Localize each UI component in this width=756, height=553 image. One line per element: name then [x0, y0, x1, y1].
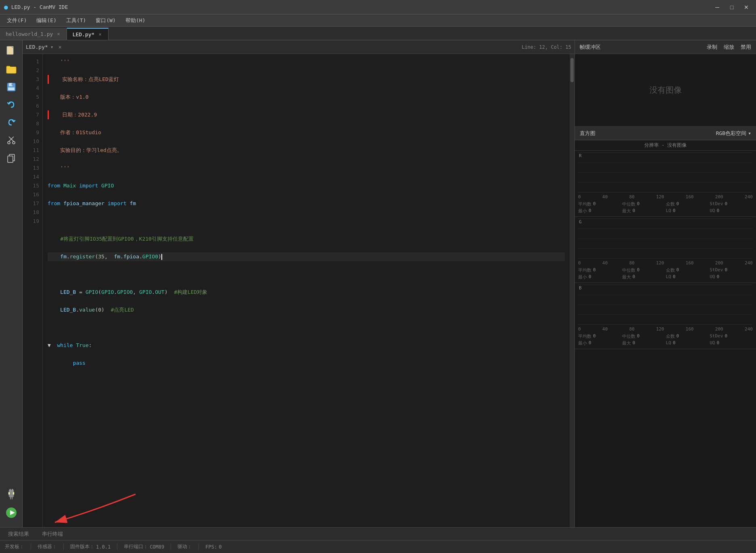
main-area: LED.py* ▾ ✕ Line: 12, Col: 15 1 2 3 4 5 … [0, 40, 756, 527]
maximize-button[interactable]: □ [726, 2, 737, 12]
svg-rect-20 [13, 492, 14, 495]
tab-serial-terminal[interactable]: 串行终端 [39, 529, 66, 539]
status-sep [31, 544, 31, 550]
menu-tools[interactable]: 工具(T) [61, 15, 91, 26]
record-button[interactable]: 录制 [707, 44, 717, 51]
stat-r-mode: 众数0 [666, 201, 709, 207]
zoom-button[interactable]: 缩放 [724, 44, 734, 51]
menu-window[interactable]: 窗口(W) [91, 15, 120, 26]
cut-button[interactable] [3, 132, 19, 148]
tab-led-close[interactable]: ✕ [98, 31, 102, 37]
stat-b-stdev: StDev0 [710, 333, 753, 339]
histogram-b-axis: 0 40 80 120 160 200 240 [575, 326, 756, 333]
histogram-r-axis: 0 40 80 120 160 200 240 [575, 194, 756, 200]
tab-helloworld-close[interactable]: ✕ [56, 31, 61, 37]
board-label: 开发板： [5, 543, 24, 550]
svg-rect-16 [10, 496, 13, 497]
minimize-button[interactable]: ─ [712, 2, 723, 12]
stat-b-mean: 平均数0 [578, 333, 621, 339]
sensor-label: 传感器： [38, 543, 57, 550]
left-toolbar [0, 40, 23, 527]
fps-label: FPS: [205, 544, 217, 550]
stat-r-lq: LQ0 [666, 208, 709, 214]
firmware-label: 固件版本： [70, 543, 94, 550]
histogram-b-stats: 平均数0 中位数0 众数0 StDev0 最小0 最大0 LQ0 UQ0 [575, 333, 756, 349]
colorspace-selector[interactable]: RGB色彩空间 ▾ [716, 130, 751, 137]
editor-toolbar: LED.py* ▾ ✕ Line: 12, Col: 15 [23, 40, 574, 54]
grid-line [578, 218, 753, 219]
tab-helloworld[interactable]: helloworld_1.py ✕ [0, 28, 67, 40]
frame-buffer-header: 帧缓冲区 录制 缩放 禁用 [575, 40, 756, 54]
editor-close-button[interactable]: ✕ [56, 43, 64, 51]
status-fps: FPS: 0 [205, 544, 221, 550]
port-value: COM89 [150, 544, 164, 550]
frame-controls: 录制 缩放 禁用 [707, 44, 751, 51]
new-file-button[interactable] [3, 44, 19, 60]
frame-buffer-label: 帧缓冲区 [580, 44, 601, 51]
histogram-g-stats: 平均数0 中位数0 众数0 StDev0 最小0 最大0 LQ0 UQ0 [575, 266, 756, 283]
stat-r-uq: UQ0 [710, 208, 753, 214]
redo-button[interactable] [3, 114, 19, 131]
tab-led-label: LED.py* [73, 31, 95, 37]
editor-area: LED.py* ▾ ✕ Line: 12, Col: 15 1 2 3 4 5 … [23, 40, 574, 527]
dropdown-arrow-icon[interactable]: ▾ [50, 44, 54, 50]
tab-search-results[interactable]: 搜索结果 [5, 529, 32, 539]
menu-edit[interactable]: 编辑(E) [31, 15, 61, 26]
stat-g-mean: 平均数0 [578, 267, 621, 273]
status-firmware: 固件版本： 1.0.1 [70, 543, 111, 550]
scrollbar-thumb[interactable] [570, 58, 574, 82]
fps-value: 0 [219, 544, 221, 550]
histogram-b-channel: B 0 40 80 120 160 200 240 平均数0 中位数0 众数0 … [575, 285, 756, 349]
tab-led[interactable]: LED.py* ✕ [67, 28, 109, 40]
close-button[interactable]: ✕ [741, 2, 752, 12]
grid-line [578, 324, 753, 325]
histogram-b-chart: B [578, 285, 753, 325]
colorspace-label: RGB色彩空间 [716, 130, 746, 137]
port-label: 串行端口： [124, 543, 148, 550]
stat-r-min: 最小0 [578, 208, 621, 214]
menu-file[interactable]: 文件(F) [2, 15, 31, 26]
run-button[interactable] [3, 487, 19, 503]
play-button[interactable] [3, 505, 19, 521]
code-editor[interactable]: ''' 实验名称：点亮LED蓝灯 版本：v1.0 日期：2022.9 作者：01… [43, 54, 570, 527]
status-sep [171, 544, 171, 550]
svg-rect-18 [12, 497, 13, 499]
grid-line [578, 305, 753, 305]
window-controls: ─ □ ✕ [712, 2, 752, 12]
svg-point-7 [8, 141, 10, 144]
copy-button[interactable] [3, 150, 19, 166]
histogram-r-stats: 平均数0 中位数0 众数0 StDev0 最小0 最大0 LQ0 UQ0 [575, 200, 756, 216]
stat-b-median: 中位数0 [622, 333, 665, 339]
code-area[interactable]: 1 2 3 4 5 6 7 8 9 10 11 12 13 14 15 16 1… [23, 54, 574, 527]
grid-line [578, 229, 753, 229]
stat-r-max: 最大0 [622, 208, 665, 214]
svg-rect-6 [12, 83, 13, 85]
status-driver: 驱动： [178, 543, 192, 550]
g-channel-label: G [579, 219, 582, 225]
stat-g-max: 最大0 [622, 274, 665, 280]
tab-helloworld-label: helloworld_1.py [6, 31, 53, 37]
open-file-button[interactable] [3, 61, 19, 77]
histogram-r-chart: R [578, 152, 753, 193]
b-channel-label: B [579, 285, 582, 291]
firmware-version: 1.0.1 [96, 544, 111, 550]
status-sensor: 传感器： [38, 543, 57, 550]
disable-button[interactable]: 禁用 [741, 44, 751, 51]
stat-b-mode: 众数0 [666, 333, 709, 339]
save-file-button[interactable] [3, 79, 19, 95]
grid-line [578, 182, 753, 183]
menu-help[interactable]: 帮助(H) [121, 15, 150, 26]
stat-g-lq: LQ0 [666, 274, 709, 280]
status-sep [198, 544, 199, 550]
stat-g-min: 最小0 [578, 274, 621, 280]
stat-b-lq: LQ0 [666, 340, 709, 346]
bottom-tabs: 搜索结果 串行终端 [0, 527, 756, 540]
statusbar: 开发板： 传感器： 固件版本： 1.0.1 串行端口： COM89 驱动： FP… [0, 540, 756, 553]
stat-g-mode: 众数0 [666, 267, 709, 273]
grid-line [578, 258, 753, 259]
stat-g-stdev: StDev0 [710, 267, 753, 273]
menubar: 文件(F) 编辑(E) 工具(T) 窗口(W) 帮助(H) [0, 15, 756, 27]
undo-button[interactable] [3, 97, 19, 113]
stat-g-median: 中位数0 [622, 267, 665, 273]
vertical-scrollbar[interactable] [570, 54, 574, 527]
